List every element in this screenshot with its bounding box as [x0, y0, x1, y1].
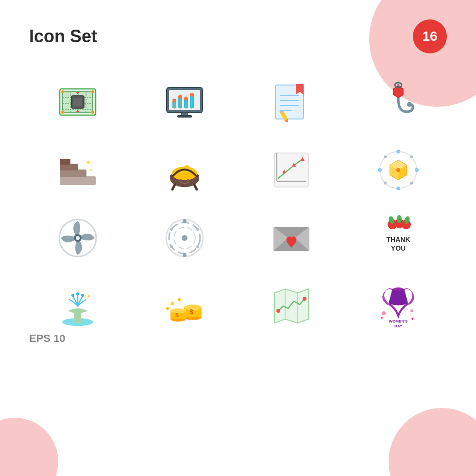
- icon-cell-fountain: ✦: [29, 282, 126, 330]
- icon-cell-map: [243, 282, 340, 330]
- icon-cell-love-mail: [243, 214, 340, 262]
- cauldron-icon: [160, 146, 209, 194]
- svg-point-91: [170, 245, 173, 248]
- svg-text:WOMEN'S: WOMEN'S: [389, 319, 408, 323]
- bookmark-page-icon: [267, 78, 316, 126]
- page-title: Icon Set: [29, 26, 97, 47]
- equalizer-icon: [160, 78, 209, 126]
- svg-point-59: [187, 179, 189, 181]
- svg-point-92: [170, 228, 173, 231]
- svg-text:DAY: DAY: [394, 324, 403, 328]
- growth-chart-icon: [267, 146, 316, 194]
- ruins-icon: ✦ ✦: [53, 146, 102, 194]
- svg-text:✦: ✦: [410, 316, 414, 322]
- svg-point-119: [170, 302, 174, 306]
- icon-cell-coins: $ $: [136, 282, 233, 330]
- svg-point-14: [61, 111, 64, 114]
- svg-point-79: [396, 168, 400, 172]
- loading-icon: [160, 214, 209, 262]
- svg-rect-30: [181, 113, 188, 115]
- svg-text:THANK: THANK: [387, 236, 410, 243]
- svg-point-109: [76, 292, 79, 295]
- eps-label: EPS 10: [29, 332, 66, 345]
- svg-point-89: [196, 245, 199, 248]
- header: Icon Set 16: [29, 19, 447, 53]
- svg-rect-46: [60, 170, 86, 177]
- svg-rect-45: [60, 176, 96, 185]
- fountain-icon: ✦: [53, 282, 102, 330]
- svg-rect-60: [274, 153, 308, 187]
- svg-text:YOU: YOU: [391, 244, 406, 252]
- svg-point-71: [384, 155, 387, 158]
- svg-point-126: [303, 297, 306, 301]
- svg-text:✦: ✦: [85, 158, 91, 167]
- icon-cell-growth-chart: [243, 146, 340, 194]
- 3d-object-icon: [374, 146, 423, 194]
- svg-point-25: [178, 95, 182, 99]
- svg-point-127: [382, 311, 386, 315]
- icon-cell-3d-object: [350, 146, 447, 194]
- bg-decoration-bottom-right: [389, 408, 476, 476]
- coins-icon: $ $: [160, 282, 209, 330]
- love-mail-icon: [267, 214, 316, 262]
- icon-cell-fan: [29, 214, 126, 262]
- svg-point-101: [397, 215, 402, 223]
- womens-day-icon: ✦ ✦ WOMEN'S DAY: [374, 282, 423, 330]
- svg-point-87: [183, 219, 187, 223]
- svg-marker-122: [274, 289, 308, 323]
- svg-point-90: [183, 253, 187, 257]
- svg-line-56: [172, 185, 175, 189]
- icon-cell-circuit-board: [29, 78, 126, 126]
- svg-point-128: [410, 309, 413, 312]
- svg-point-74: [410, 182, 413, 185]
- svg-text:$: $: [175, 312, 179, 319]
- svg-point-58: [180, 179, 182, 181]
- footer: EPS 10: [29, 332, 66, 345]
- badge-number: 16: [413, 19, 447, 53]
- icon-cell-womens-day: ✦ ✦ WOMEN'S DAY: [350, 282, 447, 330]
- svg-rect-31: [177, 115, 192, 118]
- svg-line-57: [194, 185, 197, 189]
- svg-point-12: [61, 90, 64, 93]
- svg-point-70: [415, 168, 419, 172]
- hook-icon: [374, 78, 423, 126]
- icon-cell-ruins: ✦ ✦: [29, 146, 126, 194]
- icon-cell-equalizer: [136, 78, 233, 126]
- icons-grid: ✦ ✦: [29, 78, 447, 330]
- icon-cell-cauldron: [136, 146, 233, 194]
- svg-point-15: [91, 111, 94, 114]
- icon-cell-hook: [350, 78, 447, 126]
- svg-point-86: [182, 235, 187, 241]
- svg-point-27: [184, 97, 188, 101]
- svg-point-42: [407, 102, 412, 107]
- svg-point-88: [196, 228, 199, 231]
- svg-point-82: [76, 236, 80, 240]
- svg-text:✦: ✦: [380, 315, 384, 321]
- svg-rect-48: [60, 159, 70, 165]
- icon-cell-bookmark-page: [243, 78, 340, 126]
- map-icon: [267, 282, 316, 330]
- fan-icon: [53, 214, 102, 262]
- svg-text:$: $: [189, 308, 193, 316]
- svg-point-23: [172, 99, 176, 102]
- svg-point-107: [71, 294, 74, 297]
- svg-rect-47: [60, 164, 78, 170]
- svg-point-72: [410, 155, 413, 158]
- svg-point-125: [276, 309, 280, 313]
- svg-point-29: [190, 93, 194, 97]
- svg-point-68: [396, 187, 400, 190]
- svg-rect-9: [73, 98, 82, 106]
- circuit-board-icon: [53, 78, 102, 126]
- icon-cell-thank-you: THANK YOU: [350, 214, 447, 262]
- icon-cell-loading: [136, 214, 233, 262]
- svg-point-13: [91, 90, 94, 93]
- svg-text:✦: ✦: [89, 167, 93, 172]
- svg-point-69: [378, 168, 382, 172]
- svg-point-120: [178, 298, 181, 301]
- svg-text:✦: ✦: [86, 292, 92, 300]
- svg-point-73: [384, 182, 387, 185]
- svg-point-121: [166, 307, 169, 310]
- thank-you-icon: THANK YOU: [374, 214, 423, 262]
- svg-point-67: [396, 150, 400, 153]
- svg-point-108: [81, 294, 84, 297]
